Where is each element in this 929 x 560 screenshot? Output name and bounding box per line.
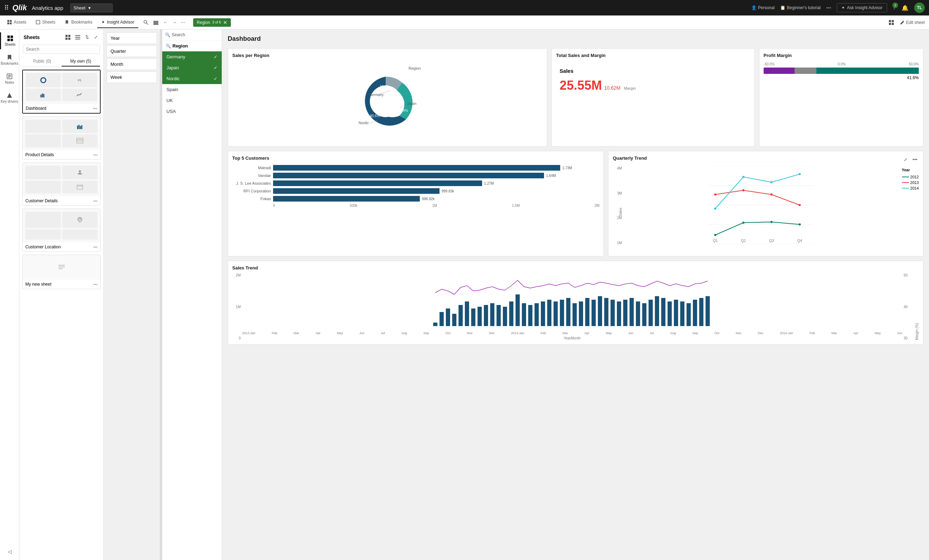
region-filter-chip[interactable]: Region 3 of 6 ✕	[193, 18, 231, 27]
sheets-search-input[interactable]	[23, 45, 100, 54]
filter-quarter[interactable]: Quarter	[107, 45, 157, 57]
sales-trend-y-right: 504030	[902, 273, 915, 340]
nav-key-drivers[interactable]: Key drivers	[0, 89, 19, 106]
svg-rect-46	[58, 267, 65, 267]
user-avatar[interactable]: TL	[914, 3, 925, 13]
notes-nav-icon	[6, 73, 13, 80]
bar-label-rfi: RFI Corporation	[232, 189, 271, 193]
svg-rect-13	[892, 23, 894, 25]
close-filter-icon[interactable]: ✕	[223, 20, 227, 25]
chart-title-quarterly: Quarterly Trend	[613, 156, 647, 161]
more-quarterly-icon[interactable]: •••	[911, 156, 919, 164]
region-item-spain[interactable]: Spain	[162, 84, 222, 95]
insight-icon: ✦	[101, 20, 105, 24]
region-item-uk[interactable]: UK	[162, 95, 222, 106]
nav-bookmarks[interactable]: Bookmarks	[0, 51, 19, 68]
help-button[interactable]: ? 3	[893, 5, 896, 11]
filter-year[interactable]: Year	[107, 32, 157, 44]
tab-assets[interactable]: Assets	[3, 17, 31, 28]
svg-rect-115	[655, 296, 659, 326]
svg-text:Region: Region	[409, 66, 421, 70]
tab-bookmarks[interactable]: Bookmarks	[60, 17, 97, 28]
nav-collapse[interactable]: ◁	[0, 546, 19, 557]
svg-rect-82	[446, 309, 450, 326]
sheet-more-location[interactable]: •••	[93, 245, 98, 249]
svg-point-44	[79, 218, 81, 220]
svg-text:Japan: Japan	[407, 102, 416, 106]
svg-rect-120	[687, 303, 691, 326]
tab-insight-advisor[interactable]: ✦ Insight Advisor	[97, 17, 138, 28]
sheet-card-footer-product: Product Details •••	[23, 150, 100, 159]
tutorial-link[interactable]: 📋 Beginner's tutorial	[780, 5, 821, 10]
expand-panel-button[interactable]: ⤢	[92, 33, 99, 41]
pm-bar-track	[763, 67, 919, 74]
sales-label: Sales	[560, 68, 747, 74]
sheets-tabs: Public (0) My own (5)	[23, 57, 100, 67]
back-icon[interactable]: ←	[161, 18, 169, 26]
dashboard-title: Dashboard	[228, 35, 923, 43]
sheet-card-customer-location[interactable]: Customer Location •••	[22, 209, 101, 252]
tab-my-own[interactable]: My own (5)	[61, 57, 100, 66]
svg-rect-98	[547, 300, 552, 326]
sheet-more-customer[interactable]: •••	[93, 199, 98, 203]
svg-rect-99	[553, 301, 558, 326]
region-item-usa[interactable]: USA	[162, 106, 222, 117]
svg-rect-97	[541, 301, 545, 326]
ask-insight-advisor-button[interactable]: ✦ Ask Insight Advisor	[837, 3, 887, 12]
app-grid-icon[interactable]: ⠿	[4, 4, 9, 12]
bookmarks-nav-label: Bookmarks	[1, 61, 18, 66]
sheet-more-new[interactable]: •••	[93, 282, 98, 286]
sheet-card-dashboard[interactable]: #1 Dashboard •••	[22, 70, 101, 113]
svg-rect-90	[497, 305, 501, 326]
sheet-card-new[interactable]: My new sheet •••	[22, 255, 101, 289]
sheets-search[interactable]	[19, 45, 103, 57]
bar-jslee	[273, 181, 482, 186]
more-options-icon[interactable]: •••	[826, 5, 831, 11]
nav-sheets[interactable]: Sheets	[0, 32, 19, 49]
grid-layout-icon[interactable]	[887, 18, 895, 27]
chart-sales-per-region: Sales per Region Region	[228, 48, 547, 147]
charts-row-top: Sales per Region Region	[228, 48, 923, 147]
sheet-more-dashboard[interactable]: •••	[93, 106, 97, 110]
filter-month[interactable]: Month	[107, 58, 157, 70]
svg-point-30	[41, 78, 46, 83]
tab-public[interactable]: Public (0)	[23, 57, 61, 66]
charts-row-trend: Sales Trend 2M1M0	[228, 261, 923, 345]
list-view-button[interactable]	[74, 33, 82, 41]
bar-fokas	[273, 196, 420, 202]
svg-rect-34	[77, 125, 78, 129]
forward-icon[interactable]: →	[171, 18, 178, 26]
svg-rect-83	[452, 314, 457, 326]
svg-rect-24	[68, 35, 71, 37]
grid-view-button[interactable]	[64, 33, 72, 41]
bell-icon[interactable]: 🔔	[901, 5, 909, 11]
expand-quarterly-icon[interactable]: ⤢	[902, 156, 909, 164]
sheet-more-product[interactable]: •••	[93, 153, 98, 157]
personal-menu[interactable]: 👤 Personal	[751, 5, 774, 10]
tab-sheets[interactable]: Sheets	[31, 17, 60, 28]
legend-2013: 2013	[902, 181, 919, 185]
smart-search-icon[interactable]	[142, 18, 150, 27]
selection-toolbar-icon[interactable]	[152, 18, 160, 27]
nav-notes[interactable]: Notes	[0, 70, 19, 87]
sheet-card-customer-details[interactable]: Customer Details •••	[22, 162, 101, 206]
svg-rect-3	[10, 22, 12, 24]
svg-rect-23	[66, 35, 67, 37]
bar-row-fokas: Fokas 886.92k	[232, 196, 599, 202]
search-icon: 🔍	[165, 32, 170, 37]
region-item-japan[interactable]: Japan ✓	[162, 62, 222, 73]
region-header: 🔍 Region	[162, 40, 222, 51]
chart-title-top5: Top 5 Customers	[232, 156, 599, 161]
region-item-nordic[interactable]: Nordic ✓	[162, 73, 222, 84]
svg-point-65	[742, 222, 745, 224]
more-icon[interactable]: ⋯	[179, 18, 187, 26]
sheet-card-product-details[interactable]: Product Details •••	[22, 116, 101, 160]
sheet-selector[interactable]: Sheet ▾	[71, 3, 113, 12]
svg-text:Q3: Q3	[769, 239, 774, 243]
svg-text:40.6%: 40.6%	[370, 114, 380, 118]
edit-sheet-button[interactable]: Edit sheet	[898, 18, 926, 26]
sales-trend-chart-area: 2012-JanFebMarAprMayJunJulAugSepOctNovDe…	[242, 273, 902, 340]
region-item-germany[interactable]: Germany ✓	[162, 51, 222, 62]
sort-button[interactable]: ⇅	[84, 33, 90, 41]
filter-week[interactable]: Week	[107, 71, 157, 83]
